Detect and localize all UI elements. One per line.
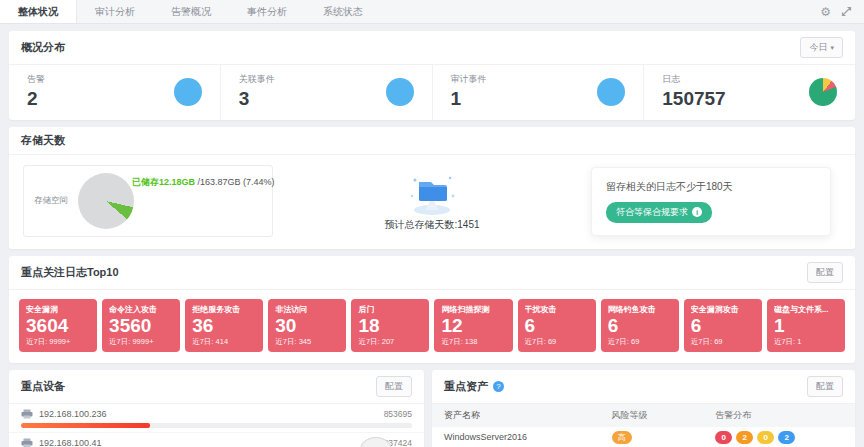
storage-total-value: /163.87GB (7.44%) [195, 177, 275, 187]
date-filter-button[interactable]: 今日▾ [800, 37, 843, 58]
log-card-recent: 近7日: 69 [525, 337, 589, 347]
top-logs-grid: 安全漏洞 3604 近7日: 9999+ 命令注入攻击 3560 近7日: 99… [9, 290, 855, 363]
tab-alert-overview[interactable]: 告警概况 [153, 0, 229, 23]
log-card-5[interactable]: 后门 18 近7日: 207 [351, 299, 429, 352]
fullscreen-icon[interactable] [841, 6, 852, 17]
storage-body: 存储空间 已储存12.18GB /163.87GB (7.44%) 预计总存储天… [9, 155, 855, 249]
alarm-count-low: 2 [778, 431, 795, 444]
log-card-3[interactable]: 拒绝服务攻击 36 近7日: 414 [185, 299, 263, 352]
log-card-value: 30 [275, 315, 339, 337]
log-card-title: 后门 [358, 304, 422, 315]
stat-value: 2 [27, 88, 45, 110]
device-ip[interactable]: 192.168.100.41 [39, 438, 102, 447]
devices-title: 重点设备 [21, 379, 65, 394]
device-count: 853695 [384, 409, 412, 419]
log-card-recent: 近7日: 1 [774, 337, 838, 347]
tabbar-actions: ⚙ [820, 0, 864, 23]
storage-pie-chart [78, 173, 134, 229]
log-card-recent: 近7日: 207 [358, 337, 422, 347]
tab-event-analysis[interactable]: 事件分析 [229, 0, 305, 23]
log-pie-chart-icon [809, 78, 837, 106]
stat-logs[interactable]: 日志 150757 [644, 65, 855, 120]
device-bar-track [21, 423, 412, 428]
storage-used-value: 已储存12.18GB [132, 177, 195, 187]
log-card-title: 磁盘与文件系... [774, 304, 838, 315]
top-logs-config-button[interactable]: 配置 [807, 262, 843, 283]
compliance-badge-button[interactable]: 符合等保合规要求 i [606, 202, 712, 223]
storage-header: 存储天数 [9, 127, 855, 155]
storage-space-label: 存储空间 [34, 195, 68, 207]
top-logs-title: 重点关注日志Top10 [21, 265, 119, 280]
log-card-4[interactable]: 非法访问 30 近7日: 345 [268, 299, 346, 352]
col-alarm-distribution: 告警分布 [715, 409, 843, 422]
audit-circle-icon [597, 78, 625, 106]
log-card-recent: 近7日: 414 [192, 337, 256, 347]
tab-system-status[interactable]: 系统状态 [305, 0, 381, 23]
log-card-value: 3604 [26, 315, 90, 337]
bottom-row: 重点设备 配置 192.168.100.236 853695 192.168.1… [9, 370, 855, 447]
assets-header: 重点资产 ? 配置 [432, 370, 855, 404]
compliance-panel: 留存相关的日志不少于180天 符合等保合规要求 i [591, 167, 831, 236]
log-card-10[interactable]: 磁盘与文件系... 1 近7日: 1 [767, 299, 845, 352]
log-card-value: 1 [774, 315, 838, 337]
log-card-value: 36 [192, 315, 256, 337]
storage-card: 存储天数 存储空间 已储存12.18GB /163.87GB (7.44%) 预… [9, 127, 855, 249]
devices-config-button[interactable]: 配置 [376, 376, 412, 397]
log-card-1[interactable]: 安全漏洞 3604 近7日: 9999+ [19, 299, 97, 352]
log-card-value: 6 [525, 315, 589, 337]
overview-stats: 告警 2 关联事件 3 审计事件 1 日志 150757 [9, 65, 855, 120]
alarm-count-medium: 0 [757, 431, 774, 444]
stat-label: 审计事件 [451, 73, 487, 86]
col-asset-name: 资产名称 [444, 409, 612, 422]
tab-audit-analysis[interactable]: 审计分析 [77, 0, 153, 23]
alarm-distribution: 0 2 0 2 [715, 431, 843, 444]
col-risk-level: 风险等级 [612, 409, 716, 422]
log-card-value: 3560 [109, 315, 173, 337]
log-card-2[interactable]: 命令注入攻击 3560 近7日: 9999+ [102, 299, 180, 352]
assets-config-button[interactable]: 配置 [807, 376, 843, 397]
asset-name: WindowsServer2016 [444, 432, 612, 442]
log-card-8[interactable]: 网络钓鱼攻击 6 近7日: 69 [601, 299, 679, 352]
top-logs-header: 重点关注日志Top10 配置 [9, 256, 855, 290]
asset-row[interactable]: WindowsServer2016 高 0 2 0 2 [432, 427, 855, 447]
overview-header: 概况分布 今日▾ [9, 31, 855, 65]
storage-days-text: 预计总存储天数:1451 [384, 218, 479, 232]
log-card-recent: 近7日: 138 [441, 337, 505, 347]
log-card-6[interactable]: 网络扫描探测 12 近7日: 138 [434, 299, 512, 352]
log-card-value: 18 [358, 315, 422, 337]
overview-card: 概况分布 今日▾ 告警 2 关联事件 3 审计事件 1 [9, 31, 855, 120]
printer-icon [21, 409, 33, 419]
stat-value: 150757 [662, 88, 725, 110]
stat-label: 告警 [27, 73, 45, 86]
device-bar-fill [21, 423, 150, 428]
log-card-title: 网络扫描探测 [441, 304, 505, 315]
folder-illustration-icon [405, 170, 459, 216]
alarm-count-critical: 0 [715, 431, 732, 444]
top-tab-bar: 整体状况 审计分析 告警概况 事件分析 系统状态 ⚙ [0, 0, 864, 24]
assets-table: 资产名称 风险等级 告警分布 WindowsServer2016 高 0 2 0… [432, 404, 855, 447]
stat-alerts[interactable]: 告警 2 [9, 65, 221, 120]
gear-icon[interactable]: ⚙ [820, 6, 831, 18]
log-card-7[interactable]: 干扰攻击 6 近7日: 69 [518, 299, 596, 352]
stat-correlated-events[interactable]: 关联事件 3 [221, 65, 433, 120]
stat-label: 日志 [662, 73, 725, 86]
top-logs-card: 重点关注日志Top10 配置 安全漏洞 3604 近7日: 9999+ 命令注入… [9, 256, 855, 363]
log-card-recent: 近7日: 69 [691, 337, 755, 347]
log-card-9[interactable]: 安全漏洞攻击 6 近7日: 69 [684, 299, 762, 352]
log-card-value: 6 [608, 315, 672, 337]
tab-overall-status[interactable]: 整体状况 [0, 0, 77, 23]
device-ip[interactable]: 192.168.100.236 [39, 409, 107, 419]
stat-audit-events[interactable]: 审计事件 1 [433, 65, 645, 120]
log-card-title: 非法访问 [275, 304, 339, 315]
info-icon: i [692, 207, 702, 217]
log-card-recent: 近7日: 69 [608, 337, 672, 347]
log-card-title: 拒绝服务攻击 [192, 304, 256, 315]
alarm-count-high: 2 [736, 431, 753, 444]
compliance-badge-label: 符合等保合规要求 [616, 206, 688, 219]
help-icon[interactable]: ? [493, 381, 504, 392]
log-card-title: 命令注入攻击 [109, 304, 173, 315]
key-assets-card: 重点资产 ? 配置 资产名称 风险等级 告警分布 WindowsServer20… [432, 370, 855, 447]
chevron-down-icon: ▾ [830, 44, 834, 51]
log-card-title: 安全漏洞 [26, 304, 90, 315]
risk-badge: 高 [612, 431, 632, 444]
